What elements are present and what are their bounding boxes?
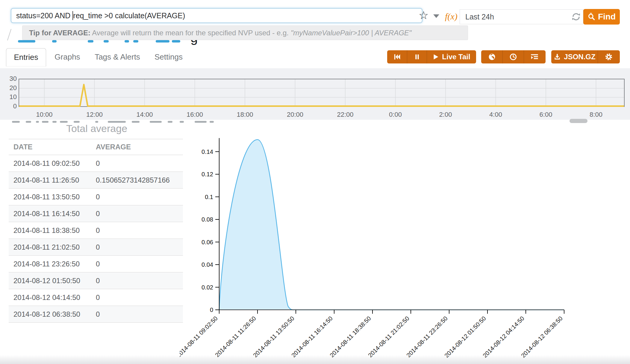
clipped-title-fragment [18, 40, 35, 43]
timeline-y-tick-label: 20 [6, 84, 17, 92]
clipped-title-fragment [195, 121, 207, 123]
tab-entries[interactable]: Entries [6, 48, 46, 66]
svg-text:0.14: 0.14 [202, 148, 213, 155]
download-icon [553, 53, 561, 61]
table-row: 2014-08-12 04:14:500 [9, 289, 183, 306]
pause-button[interactable] [407, 50, 427, 63]
page-bottom-fade [0, 355, 630, 364]
table-row: 2014-08-12 01:50:500 [9, 272, 183, 289]
svg-text:0.04: 0.04 [202, 261, 213, 268]
svg-text:2014-08-12 06:38:50: 2014-08-12 06:38:50 [520, 315, 564, 359]
cell-average: 0 [91, 256, 183, 272]
cell-average: 0 [91, 189, 183, 205]
timeline-scroll-handle[interactable] [570, 119, 587, 123]
log-app-window: status=200 AND req_time >0 calculate(AVE… [0, 0, 630, 364]
timeline-x-tick-label: 12:00 [77, 111, 113, 119]
favorite-star-icon[interactable]: ☆ [419, 10, 428, 21]
svg-text:0.02: 0.02 [202, 284, 213, 291]
view-button-group [481, 50, 546, 63]
time-view-button[interactable] [502, 50, 524, 63]
tab-settings[interactable]: Settings [149, 48, 188, 66]
time-range-input[interactable]: Last 24h [460, 9, 583, 24]
table-row: 2014-08-12 06:38:500 [9, 306, 183, 323]
svg-text:0.1: 0.1 [205, 194, 213, 200]
cell-average: 0 [91, 289, 183, 306]
cell-date: 2014-08-11 23:26:50 [9, 256, 91, 272]
timeline-x-tick-label: 0:00 [378, 111, 414, 119]
timeline-y-tick-label: 0 [6, 102, 17, 110]
tip-body: Average will return the mean for the spe… [90, 29, 291, 37]
timeline-x-tick-label: 16:00 [177, 111, 213, 119]
json-gz-label: JSON.GZ [564, 53, 595, 61]
find-button[interactable]: Find [583, 9, 620, 25]
cell-average: 0 [91, 222, 183, 239]
query-text-before-caret: status=200 AND [16, 11, 72, 20]
refresh-icon[interactable] [571, 12, 581, 22]
tooltip-pointer [7, 29, 11, 41]
cell-date: 2014-08-11 21:02:50 [9, 239, 91, 256]
svg-text:2014-08-11 21:02:50: 2014-08-11 21:02:50 [367, 315, 411, 359]
average-table-body: 2014-08-11 09:02:5002014-08-11 11:26:500… [9, 155, 183, 323]
tab-graphs[interactable]: Graphs [50, 48, 85, 66]
cell-average: 0.15065273142857166 [91, 172, 183, 189]
timeline-y-tick-label: 10 [6, 93, 17, 101]
tip-example: "myNameValuePair>100 | AVERAGE" [291, 29, 412, 37]
cell-date: 2014-08-11 09:02:50 [9, 155, 91, 172]
clipped-title-fragment [88, 40, 93, 43]
svg-text:2014-08-12 01:50:50: 2014-08-12 01:50:50 [443, 315, 487, 359]
query-text-after-caret: req_time >0 calculate(AVERAGE) [73, 11, 185, 20]
search-icon [587, 13, 596, 21]
cell-date: 2014-08-11 18:38:50 [9, 222, 91, 239]
globe-view-button[interactable] [481, 50, 502, 63]
chart-title: Total average [22, 123, 172, 134]
find-button-label: Find [598, 12, 616, 22]
timeline-x-tick-label: 4:00 [478, 111, 514, 119]
live-tail-button[interactable]: Live Tail [427, 50, 475, 63]
clipped-title-fragment [104, 40, 109, 43]
timeline-x-tick-label: 22:00 [327, 111, 363, 119]
search-input[interactable]: status=200 AND req_time >0 calculate(AVE… [11, 8, 422, 23]
svg-text:0.12: 0.12 [202, 171, 213, 178]
svg-text:2014-08-11 18:38:50: 2014-08-11 18:38:50 [328, 315, 372, 359]
table-row: 2014-08-11 09:02:500 [9, 155, 183, 172]
cell-date: 2014-08-11 13:50:50 [9, 189, 91, 205]
clock-icon [509, 53, 517, 61]
table-row: 2014-08-11 13:50:500 [9, 189, 183, 205]
query-dropdown-caret-icon[interactable] [433, 14, 439, 18]
log-view-button[interactable] [524, 50, 545, 63]
cell-average: 0 [91, 205, 183, 222]
clipped-title-fragment [52, 40, 57, 43]
svg-text:0: 0 [210, 307, 213, 313]
event-timeline-strip: 3020100 10:0012:0014:0016:0018:0020:0022… [0, 68, 630, 120]
cell-date: 2014-08-11 11:26:50 [9, 172, 91, 189]
cell-date: 2014-08-12 06:38:50 [9, 306, 91, 323]
svg-text:2014-08-11 23:26:50: 2014-08-11 23:26:50 [405, 315, 449, 359]
table-row: 2014-08-11 18:38:500 [9, 222, 183, 239]
svg-text:2014-08-11 09:02:50: 2014-08-11 09:02:50 [180, 315, 219, 359]
skip-to-start-button[interactable] [387, 50, 407, 63]
svg-text:0.06: 0.06 [202, 239, 213, 245]
clipped-title-fragment [133, 40, 138, 43]
timeline-x-tick-label: 6:00 [528, 111, 564, 119]
function-fx-button[interactable]: f(x) [445, 11, 458, 22]
timeline-y-tick-label: 30 [6, 75, 17, 83]
playback-button-group: Live Tail [387, 50, 476, 63]
table-row: 2014-08-11 11:26:500.15065273142857166 [9, 172, 183, 189]
live-tail-label: Live Tail [442, 53, 470, 61]
clipped-title-fragment [125, 40, 129, 43]
skip-to-start-icon [393, 53, 401, 61]
table-row: 2014-08-11 23:26:500 [9, 256, 183, 272]
cell-date: 2014-08-12 01:50:50 [9, 272, 91, 289]
timeline-x-tick-label: 14:00 [127, 111, 163, 119]
download-json-button[interactable]: JSON.GZ [551, 50, 598, 63]
settings-gear-button[interactable] [598, 50, 620, 63]
clipped-title-fragment [156, 40, 169, 43]
table-row: 2014-08-11 21:02:500 [9, 239, 183, 256]
svg-text:2014-08-11 13:50:50: 2014-08-11 13:50:50 [252, 315, 296, 359]
tab-tags-alerts[interactable]: Tags & Alerts [92, 48, 143, 66]
timeline-plot-area[interactable] [19, 79, 625, 107]
total-average-area-chart: 00.020.040.060.080.10.120.142014-08-11 0… [180, 132, 608, 364]
cell-date: 2014-08-12 04:14:50 [9, 289, 91, 306]
timeline-x-tick-label: 10:00 [26, 111, 62, 119]
cell-average: 0 [91, 272, 183, 289]
